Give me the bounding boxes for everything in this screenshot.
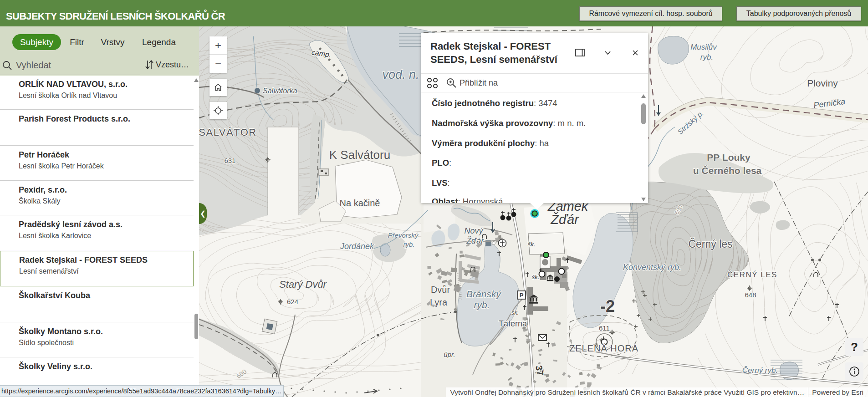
svg-text:P: P (520, 292, 524, 299)
svg-text:Ploviny: Ploviny (807, 78, 838, 88)
svg-text:631: 631 (224, 157, 235, 164)
svg-text:Černý les: Černý les (688, 238, 732, 250)
svg-text:648: 648 (745, 291, 756, 299)
svg-text:u Černého lesa: u Černého lesa (693, 165, 762, 176)
svg-text:ČERNÝ LES: ČERNÝ LES (727, 270, 777, 279)
svg-text:611: 611 (599, 324, 610, 332)
svg-text:šk.: šk. (511, 309, 519, 316)
svg-text:šk.: šk. (532, 274, 540, 280)
svg-text:Bránský: Bránský (466, 289, 501, 299)
svg-text:Žďár: Žďár (466, 236, 484, 245)
svg-text:Starý Dvůr: Starý Dvůr (279, 279, 327, 290)
svg-text:ZELENÁ HORA: ZELENÁ HORA (569, 343, 638, 353)
svg-text:Salvátorka: Salvátorka (263, 87, 297, 95)
svg-text:Černý ryb.: Černý ryb. (742, 366, 778, 375)
svg-text:ryb.: ryb. (474, 300, 490, 310)
svg-text:Na kačině: Na kačině (340, 198, 380, 208)
svg-text:Táferna: Táferna (499, 319, 527, 328)
svg-text:SALVÁTOR: SALVÁTOR (199, 127, 257, 138)
svg-text:Musilův: Musilův (690, 43, 717, 51)
svg-text:Nový: Nový (464, 226, 483, 235)
svg-text:ryb.: ryb. (403, 240, 414, 248)
svg-text:K Salvátoru: K Salvátoru (329, 148, 390, 162)
svg-text:37: 37 (534, 365, 546, 377)
svg-text:Dvůr: Dvůr (431, 285, 450, 295)
svg-text:Lyra: Lyra (430, 297, 448, 307)
svg-text:Konventský ryb.: Konventský ryb. (623, 263, 681, 272)
svg-text:ryb.: ryb. (700, 53, 713, 61)
svg-text:PP Louky: PP Louky (707, 152, 751, 163)
svg-text:šk.: šk. (528, 241, 536, 248)
svg-text:Jordánek: Jordánek (340, 242, 374, 251)
svg-text:úpr.: úpr. (444, 351, 455, 358)
svg-text:vod. n.: vod. n. (382, 68, 419, 81)
svg-text:Žďár: Žďár (550, 212, 579, 227)
svg-text:624: 624 (287, 298, 298, 305)
svg-text:Převorský: Převorský (388, 231, 419, 239)
svg-text:-2: -2 (600, 297, 615, 316)
